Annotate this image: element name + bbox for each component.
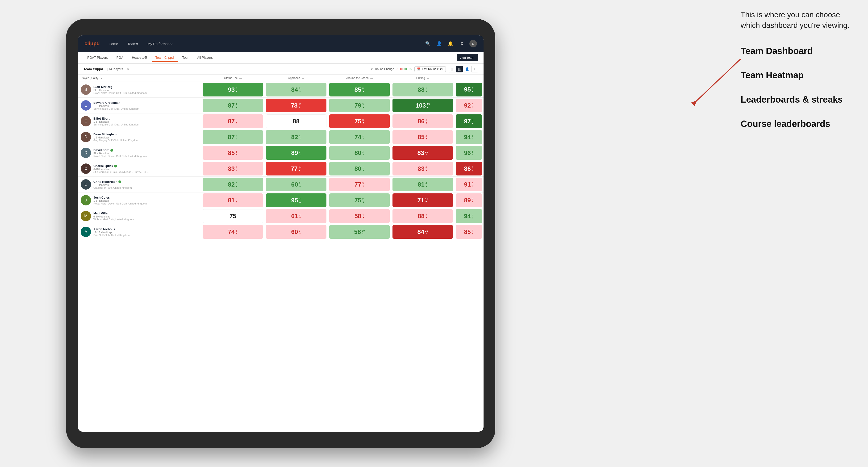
score-cell-david-ford-3[interactable]: 83 10 ▼: [391, 145, 454, 161]
player-cell-blair-mcharg[interactable]: B Blair McHarg Plus Handicap Royal North…: [78, 82, 201, 98]
score-cell-edward-crossman-4[interactable]: 92 3 ▼: [454, 98, 484, 114]
search-icon[interactable]: 🔍: [424, 40, 432, 48]
score-box: 80 1 ▲: [329, 162, 390, 176]
score-cell-dave-billingham-0[interactable]: 87 4 ▲: [201, 129, 265, 145]
score-change: 4 ▲: [236, 87, 238, 92]
score-cell-matt-miller-4[interactable]: 94 3 ▲: [454, 208, 484, 224]
score-cell-chris-robertson-4[interactable]: 91 3 ▼: [454, 177, 484, 192]
score-cell-josh-coles-2[interactable]: 75 2 ▲: [328, 192, 391, 208]
score-cell-blair-mcharg-2[interactable]: 85 8 ▲: [328, 82, 391, 98]
player-cell-chris-robertson[interactable]: C Chris Robertson 1-5 Handicap Craigmill…: [78, 177, 201, 192]
person-view-button[interactable]: 👤: [464, 66, 470, 72]
player-info: C Charlie Quick 6-10 Handicap St. George…: [81, 163, 198, 174]
score-cell-blair-mcharg-4[interactable]: 95 9 ▲: [454, 82, 484, 98]
score-cell-david-ford-2[interactable]: 80 3 ▲: [328, 145, 391, 161]
settings-icon[interactable]: ⚙: [458, 40, 466, 48]
player-cell-david-ford[interactable]: D David Ford Plus Handicap Royal North D…: [78, 145, 201, 161]
grid-view-button[interactable]: ⊞: [448, 66, 455, 72]
score-cell-edward-crossman-3[interactable]: 103 15 ▲: [391, 98, 454, 114]
score-box: 73 11 ▼: [266, 99, 326, 112]
score-cell-charlie-quick-2[interactable]: 80 1 ▲: [328, 161, 391, 177]
score-cell-dave-billingham-3[interactable]: 85 3 ▼: [391, 129, 454, 145]
score-cell-elliot-ebert-0[interactable]: 87 3 ▼: [201, 114, 265, 129]
tab-team-clippd[interactable]: Team Clippd: [152, 54, 178, 62]
score-cell-aaron-nicholls-3[interactable]: 84 21 ▼: [391, 224, 454, 240]
score-cell-josh-coles-1[interactable]: 95 8 ▲: [265, 192, 328, 208]
player-name: Matt Miller: [93, 212, 134, 215]
download-button[interactable]: ↓: [471, 66, 478, 72]
score-cell-aaron-nicholls-2[interactable]: 58 10 ▲: [328, 224, 391, 240]
score-cell-david-ford-4[interactable]: 96 3 ▲: [454, 145, 484, 161]
tab-pga[interactable]: PGA: [113, 54, 127, 62]
player-avatar: B: [81, 85, 91, 95]
player-cell-elliot-ebert[interactable]: E Elliot Ebert 1-5 Handicap Sunningdale …: [78, 114, 201, 129]
score-cell-josh-coles-0[interactable]: 81 3 ▼: [201, 192, 265, 208]
player-cell-matt-miller[interactable]: M Matt Miller 6-10 Handicap Woburn Golf …: [78, 208, 201, 224]
score-cell-david-ford-0[interactable]: 85 3 ▼: [201, 145, 265, 161]
heatmap-view-button[interactable]: ▦: [456, 66, 463, 72]
score-cell-charlie-quick-1[interactable]: 77 14 ▼: [265, 161, 328, 177]
add-team-button[interactable]: Add Team: [457, 54, 478, 61]
score-cell-matt-miller-2[interactable]: 58 4 ▼: [328, 208, 391, 224]
bell-icon[interactable]: 🔔: [447, 40, 454, 48]
score-cell-chris-robertson-3[interactable]: 81 4 ▲: [391, 177, 454, 192]
player-cell-aaron-nicholls[interactable]: A Aaron Nicholls 11-15 Handicap Drift Go…: [78, 224, 201, 240]
score-cell-aaron-nicholls-1[interactable]: 60 1 ▼: [265, 224, 328, 240]
avatar[interactable]: U: [469, 40, 477, 48]
option-course-leaderboards[interactable]: Course leaderboards: [741, 118, 854, 130]
th-around-green[interactable]: Around the Green —: [328, 74, 391, 82]
score-cell-edward-crossman-0[interactable]: 87 1 ▲: [201, 98, 265, 114]
score-cell-charlie-quick-0[interactable]: 83 3 ▼: [201, 161, 265, 177]
score-cell-dave-billingham-4[interactable]: 94 1 ▲: [454, 129, 484, 145]
score-cell-matt-miller-1[interactable]: 61 3 ▼: [265, 208, 328, 224]
score-cell-chris-robertson-0[interactable]: 82 3 ▲: [201, 177, 265, 192]
tab-all-players[interactable]: All Players: [193, 54, 217, 62]
score-change: 9 ▲: [362, 103, 365, 108]
score-cell-elliot-ebert-4[interactable]: 97 5 ▲: [454, 114, 484, 129]
score-cell-aaron-nicholls-0[interactable]: 74 8 ▼: [201, 224, 265, 240]
score-cell-elliot-ebert-1[interactable]: 88: [265, 114, 328, 129]
score-change: 4 ▲: [299, 134, 301, 140]
last-rounds-button[interactable]: 📅 Last Rounds: 20: [414, 66, 446, 72]
score-cell-elliot-ebert-3[interactable]: 86 6 ▼: [391, 114, 454, 129]
score-cell-edward-crossman-2[interactable]: 79 9 ▲: [328, 98, 391, 114]
option-leaderboards[interactable]: Leaderboards & streaks: [741, 93, 854, 106]
score-cell-charlie-quick-4[interactable]: 86 8 ▼: [454, 161, 484, 177]
user-icon[interactable]: 👤: [435, 40, 443, 48]
table-container[interactable]: Player Quality ▲ Off the Tee — Approach …: [78, 74, 484, 432]
option-team-dashboard[interactable]: Team Dashboard: [741, 45, 854, 57]
tab-pgat-players[interactable]: PGAT Players: [84, 54, 112, 62]
score-cell-josh-coles-3[interactable]: 71 11 ▼: [391, 192, 454, 208]
navbar: clippd Home Teams My Performance 🔍 👤 🔔 ⚙…: [78, 35, 484, 52]
score-cell-chris-robertson-1[interactable]: 60 2 ▲: [265, 177, 328, 192]
th-player-quality[interactable]: Player Quality ▲: [78, 74, 201, 82]
option-team-heatmap[interactable]: Team Heatmap: [741, 69, 854, 82]
th-putting[interactable]: Putting —: [391, 74, 454, 82]
score-cell-dave-billingham-2[interactable]: 74 1 ▲: [328, 129, 391, 145]
score-cell-chris-robertson-2[interactable]: 77 3 ▼: [328, 177, 391, 192]
tab-hcaps[interactable]: Hcaps 1-5: [128, 54, 151, 62]
score-cell-matt-miller-3[interactable]: 88 2 ▼: [391, 208, 454, 224]
edit-icon[interactable]: ✏: [127, 67, 129, 71]
score-cell-charlie-quick-3[interactable]: 83 6 ▼: [391, 161, 454, 177]
nav-my-performance[interactable]: My Performance: [146, 41, 175, 47]
score-cell-dave-billingham-1[interactable]: 82 4 ▲: [265, 129, 328, 145]
nav-home[interactable]: Home: [107, 41, 120, 47]
score-cell-elliot-ebert-2[interactable]: 75 3 ▼: [328, 114, 391, 129]
score-cell-matt-miller-0[interactable]: 75: [201, 208, 265, 224]
player-cell-josh-coles[interactable]: J Josh Coles 1-5 Handicap Royal North De…: [78, 192, 201, 208]
player-cell-edward-crossman[interactable]: E Edward Crossman 1-5 Handicap Sunningda…: [78, 98, 201, 114]
score-cell-aaron-nicholls-4[interactable]: 85 4 ▼: [454, 224, 484, 240]
score-cell-blair-mcharg-3[interactable]: 88 1 ▼: [391, 82, 454, 98]
tab-tour[interactable]: Tour: [179, 54, 192, 62]
th-off-tee[interactable]: Off the Tee —: [201, 74, 265, 82]
nav-teams[interactable]: Teams: [126, 41, 140, 47]
score-cell-blair-mcharg-1[interactable]: 84 6 ▲: [265, 82, 328, 98]
player-cell-charlie-quick[interactable]: C Charlie Quick 6-10 Handicap St. George…: [78, 161, 201, 177]
score-cell-david-ford-1[interactable]: 89 7 ▲: [265, 145, 328, 161]
score-cell-josh-coles-4[interactable]: 89 2 ▼: [454, 192, 484, 208]
score-cell-blair-mcharg-0[interactable]: 93 4 ▲: [201, 82, 265, 98]
player-cell-dave-billingham[interactable]: D Dave Billingham 1-5 Handicap Gog Magog…: [78, 129, 201, 145]
score-cell-edward-crossman-1[interactable]: 73 11 ▼: [265, 98, 328, 114]
th-approach[interactable]: Approach —: [265, 74, 328, 82]
